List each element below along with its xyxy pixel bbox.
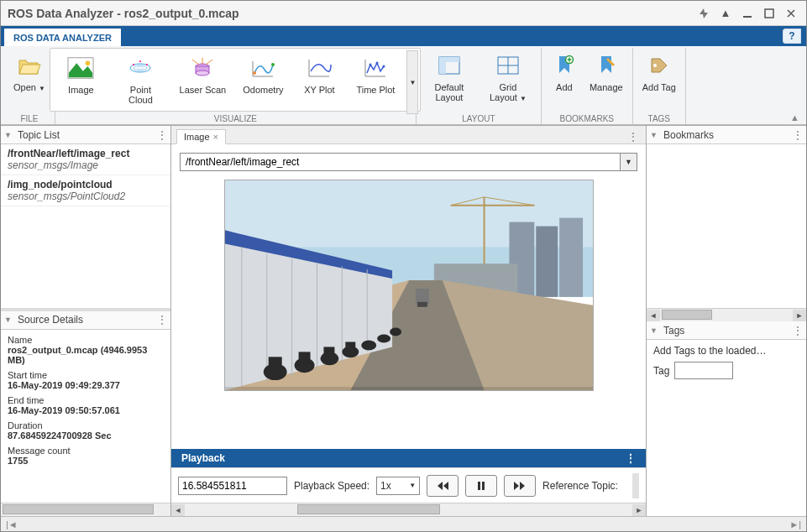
status-bar: |◄ ►| <box>1 516 806 531</box>
center-scrollbar[interactable]: ◄ ► <box>171 503 646 516</box>
bookmarks-scrollbar[interactable]: ◄ ► <box>647 308 806 321</box>
scroll-right-icon[interactable]: ► <box>632 504 646 516</box>
grid-layout-button[interactable]: Grid Layout ▼ <box>479 48 537 107</box>
svg-point-16 <box>376 62 379 65</box>
topic-select-input[interactable] <box>180 153 621 171</box>
chevron-down-icon: ▼ <box>39 85 45 92</box>
scroll-left-icon[interactable]: ◄ <box>171 504 185 516</box>
status-prev-button[interactable]: |◄ <box>6 519 18 529</box>
ribbon-group-layout-label: LAYOUT <box>417 113 541 124</box>
topic-list: /frontNear/left/image_rect sensor_msgs/I… <box>1 144 170 308</box>
visualize-odometry-button[interactable]: Odometry <box>233 50 292 99</box>
add-tag-button[interactable]: Add Tag <box>637 48 682 96</box>
ribbon-group-bookmarks-label: BOOKMARKS <box>542 113 632 124</box>
playback-speed-select[interactable]: 1x ▼ <box>376 477 420 495</box>
svg-rect-58 <box>323 347 334 356</box>
scroll-left-icon[interactable]: ◄ <box>647 310 660 321</box>
svg-marker-62 <box>225 387 593 390</box>
ribbon-collapse-button[interactable]: ▲ <box>790 112 799 123</box>
svg-rect-19 <box>439 57 446 74</box>
up-icon[interactable]: ▲ <box>717 5 734 22</box>
chevron-down-icon: ▼ <box>409 79 416 86</box>
topic-select-dropdown[interactable]: ▼ <box>621 153 637 171</box>
svg-point-54 <box>377 335 390 343</box>
chevron-down-icon: ▼ <box>625 158 632 166</box>
source-details-menu[interactable]: ⋮ <box>156 313 167 326</box>
visualize-pointcloud-button[interactable]: Point Cloud <box>109 50 171 109</box>
open-button[interactable]: Open ▼ <box>8 48 51 97</box>
svg-point-5 <box>134 65 147 70</box>
svg-marker-42 <box>225 231 232 241</box>
svg-rect-31 <box>559 218 583 297</box>
svg-rect-30 <box>536 227 558 297</box>
bookmark-add-button[interactable]: Add <box>545 48 584 96</box>
maximize-icon[interactable] <box>761 5 778 22</box>
right-pane: ▼ Bookmarks ⋮ ◄ ► ▼ Tags ⋮ Add Tags to t… <box>647 126 806 516</box>
forward-button[interactable] <box>504 475 536 497</box>
bookmarks-panel <box>647 144 806 308</box>
svg-point-9 <box>139 60 141 62</box>
topic-item[interactable]: /img_node/pointcloud sensor_msgs/PointCl… <box>1 175 170 206</box>
tags-header: ▼ Tags ⋮ <box>647 321 806 340</box>
tab-image[interactable]: Image × <box>176 129 226 144</box>
window-title: ROS Data Analyzer - ros2_output_0.mcap <box>8 7 690 20</box>
pause-button[interactable] <box>465 475 497 497</box>
scroll-right-icon[interactable]: ► <box>793 310 806 321</box>
topic-item[interactable]: /frontNear/left/image_rect sensor_msgs/I… <box>1 144 170 175</box>
svg-point-53 <box>361 340 376 350</box>
chevron-down-icon[interactable]: ▼ <box>4 316 14 324</box>
image-icon <box>67 55 94 81</box>
rewind-button[interactable] <box>427 475 459 497</box>
chevron-down-icon: ▼ <box>409 482 416 489</box>
minimize-icon[interactable] <box>739 5 756 22</box>
svg-point-6 <box>137 67 144 70</box>
bookmark-manage-button[interactable]: Manage <box>584 48 629 96</box>
ribbon-group-tags-label: TAGS <box>633 113 685 124</box>
status-next-button[interactable]: ►| <box>789 519 801 529</box>
tag-label: Tag <box>653 365 669 377</box>
visualize-xyplot-button[interactable]: XY Plot <box>292 50 346 99</box>
help-button[interactable]: ? <box>783 29 801 44</box>
chevron-down-icon[interactable]: ▼ <box>650 326 660 335</box>
center-panel-menu[interactable]: ⋮ <box>621 130 646 143</box>
bookmark-add-icon <box>551 52 578 79</box>
topic-list-menu[interactable]: ⋮ <box>156 128 167 142</box>
svg-rect-59 <box>345 342 355 350</box>
folder-open-icon <box>16 52 43 79</box>
left-pane-scrollbar[interactable] <box>1 503 170 516</box>
svg-point-14 <box>271 63 275 66</box>
reference-topic-label: Reference Topic: <box>542 480 618 492</box>
close-tab-icon[interactable]: × <box>213 132 218 142</box>
main-body: ▼ Topic List ⋮ /frontNear/left/image_rec… <box>1 125 806 516</box>
topic-list-header: ▼ Topic List ⋮ <box>1 126 170 144</box>
title-bar: ROS Data Analyzer - ros2_output_0.mcap ▲ <box>1 1 806 26</box>
ribbon-group-file-label: FILE <box>4 113 55 124</box>
chevron-down-icon[interactable]: ▼ <box>4 131 14 139</box>
chevron-down-icon: ▼ <box>520 95 527 102</box>
svg-rect-0 <box>743 16 752 18</box>
default-layout-button[interactable]: Default Layout <box>420 48 479 107</box>
playback-menu[interactable]: ⋮ <box>626 452 636 464</box>
ribbon-tab-strip: ROS DATA ANALYZER ? <box>1 26 806 46</box>
tags-menu[interactable]: ⋮ <box>792 324 803 337</box>
visualize-laserscan-button[interactable]: Laser Scan <box>171 50 233 99</box>
visualize-image-button[interactable]: Image <box>52 50 109 99</box>
chevron-down-icon[interactable]: ▼ <box>650 131 660 139</box>
app-window: ROS Data Analyzer - ros2_output_0.mcap ▲… <box>0 0 807 532</box>
bookmark-manage-icon <box>593 52 620 79</box>
tag-icon <box>646 52 673 79</box>
bookmarks-menu[interactable]: ⋮ <box>792 128 803 142</box>
close-icon[interactable] <box>783 5 799 22</box>
svg-rect-60 <box>415 289 428 304</box>
svg-rect-56 <box>268 357 281 368</box>
ribbon-tab-main[interactable]: ROS DATA ANALYZER <box>4 29 121 46</box>
playback-scrollbar-v[interactable] <box>632 473 639 498</box>
tag-input[interactable] <box>674 362 733 379</box>
pin-icon[interactable] <box>695 5 712 22</box>
laserscan-icon <box>189 55 216 81</box>
default-layout-icon <box>436 52 463 79</box>
svg-rect-1 <box>765 9 773 18</box>
svg-point-13 <box>253 71 256 75</box>
playback-time-input[interactable] <box>178 477 287 495</box>
visualize-timeplot-button[interactable]: Time Plot <box>346 50 405 99</box>
